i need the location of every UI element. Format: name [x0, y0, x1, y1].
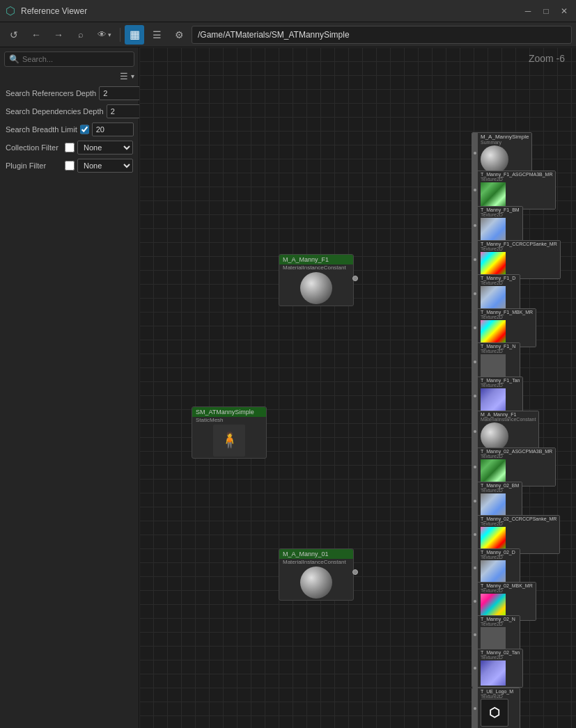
- node-header-bottom-material: M_A_Manny_01: [279, 549, 353, 559]
- node-thumb-sphere-top: [300, 272, 332, 304]
- collection-filter-checkbox[interactable]: [65, 143, 75, 152]
- node-header-top-material: M_A_Manny_F1: [279, 255, 353, 264]
- minimize-button[interactable]: ─: [522, 5, 534, 17]
- window-title: Reference Viewer: [21, 6, 516, 16]
- plugin-filter-select[interactable]: None: [77, 159, 133, 173]
- search-breadth-limit-checkbox[interactable]: [80, 125, 89, 134]
- zoom-indicator: Zoom -6: [529, 53, 565, 64]
- tex-node-6[interactable]: T_Manny_F1_Tan Texture2D: [472, 377, 523, 416]
- port-top-material: [352, 276, 358, 281]
- port-dot-sphere: [472, 133, 478, 173]
- search-icon: 🔍: [9, 54, 20, 64]
- search-breadth-limit-label: Search Breadth Limit: [6, 125, 77, 134]
- node-thumb-character: 🧍: [213, 425, 245, 457]
- titlebar: ⬡ Reference Viewer ─ □ ✕: [0, 0, 576, 22]
- asset-node-main[interactable]: SM_ATMannySimple StaticMesh 🧍: [192, 406, 267, 459]
- path-input[interactable]: [192, 26, 572, 44]
- tex-node-5[interactable]: T_Manny_F1_N Texture2D: [472, 342, 520, 381]
- list-view-button[interactable]: ☰: [147, 25, 166, 45]
- search-referencers-depth-label: Search Referencers Depth: [6, 89, 96, 97]
- search-dependencies-depth-label: Search Dependencies Depth: [6, 107, 104, 116]
- search-icon-button[interactable]: ⌕: [71, 25, 91, 45]
- search-breadth-limit-row: Search Breadth Limit: [0, 120, 139, 139]
- tex-node-3[interactable]: T_Manny_F1_D Texture2D: [472, 274, 520, 313]
- plugin-filter-label: Plugin Filter: [6, 161, 62, 170]
- collection-filter-select[interactable]: None: [77, 141, 133, 155]
- material-node-bottom[interactable]: M_A_Manny_01 MaterialInstanceConstant: [279, 548, 354, 601]
- toolbar: ↺ ← → ⌕ 👁 ▾ ▦ ☰ ⚙: [0, 22, 576, 47]
- port-bottom-material: [352, 569, 358, 575]
- graph-canvas[interactable]: Zoom -6: [139, 47, 576, 728]
- dropdown-arrow-icon: ▾: [108, 31, 111, 38]
- close-button[interactable]: ✕: [558, 5, 570, 17]
- refresh-button[interactable]: ↺: [4, 25, 24, 45]
- left-panel: 🔍 ☰ ▾ Search Referencers Depth Search De…: [0, 47, 139, 728]
- search-dependencies-depth-row: Search Dependencies Depth: [0, 102, 139, 120]
- search-referencers-depth-row: Search Referencers Depth: [0, 84, 139, 102]
- tex-node-1[interactable]: T_Manny_F1_BM Texture2D: [472, 206, 523, 245]
- tex-node-ue-logo[interactable]: T_UE_Logo_M Texture2D ⬡: [472, 688, 520, 728]
- node-header-main-asset: SM_ATMannySimple: [192, 407, 266, 417]
- filter-dropdown-icon[interactable]: ▾: [131, 72, 134, 80]
- separator: [120, 28, 120, 42]
- tex-node-sphere-top[interactable]: M_A_MannySimple Summary: [472, 132, 532, 174]
- tex-node-2[interactable]: T_Manny_F1_CCRCCPSanke_MR Texture2D: [472, 240, 561, 279]
- tex-node-b0[interactable]: T_Manny_02_ASGCPMA3B_MR Texture2D: [472, 448, 556, 486]
- node-thumb-sphere-bottom: [300, 567, 332, 599]
- search-bar: 🔍: [0, 47, 139, 71]
- eye-icon: 👁: [98, 29, 107, 40]
- back-button[interactable]: ←: [26, 25, 46, 45]
- view-dropdown[interactable]: 👁 ▾: [93, 27, 116, 42]
- material-node-top[interactable]: M_A_Manny_F1 MaterialInstanceConstant: [279, 254, 354, 306]
- tex-node-4[interactable]: T_Manny_F1_MBK_MR Texture2D: [472, 308, 536, 347]
- tex-node-sphere-bottom[interactable]: M_A_Manny_F1 MaterialInstanceConstant: [472, 411, 539, 452]
- tex-node-b6[interactable]: T_Manny_02_Tan Texture2D: [472, 649, 523, 688]
- app-logo-icon: ⬡: [6, 4, 15, 17]
- filter-row: ☰ ▾: [0, 71, 139, 84]
- collection-filter-label: Collection Filter: [6, 143, 62, 152]
- graph-view-button[interactable]: ▦: [125, 25, 144, 45]
- plugin-filter-row: Plugin Filter None: [0, 157, 139, 175]
- port-dot-sphere-bottom: [472, 411, 478, 452]
- filter-icon[interactable]: ☰: [120, 71, 128, 81]
- forward-button[interactable]: →: [49, 25, 68, 45]
- maximize-button[interactable]: □: [540, 5, 552, 17]
- search-breadth-limit-input[interactable]: [92, 122, 134, 136]
- filter-button[interactable]: ⚙: [169, 25, 189, 45]
- collection-filter-row: Collection Filter None: [0, 139, 139, 157]
- search-input[interactable]: [22, 55, 130, 63]
- plugin-filter-checkbox[interactable]: [65, 161, 75, 171]
- tex-node-0[interactable]: T_Manny_F1_ASGCPMA3B_MR Texture2D: [472, 171, 556, 209]
